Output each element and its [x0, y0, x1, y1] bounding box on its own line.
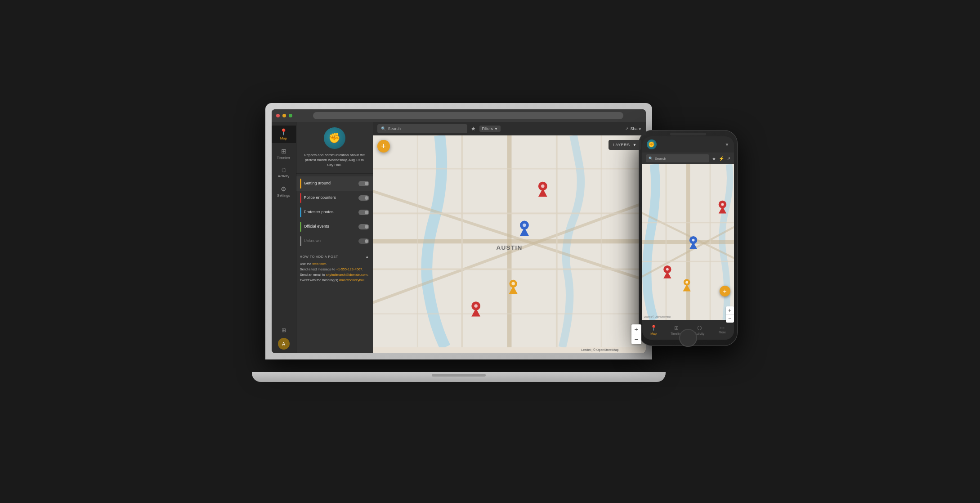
map-svg: AUSTIN [373, 135, 646, 347]
laptop-base [252, 372, 666, 382]
filters-chevron-icon: ▼ [494, 127, 498, 131]
layers-panel[interactable]: LAYERS ▼ [609, 140, 641, 150]
svg-text:AUSTIN: AUSTIN [496, 244, 522, 251]
nav-label-settings: Settings [277, 193, 290, 198]
phone-more-icon: ••• [720, 326, 725, 330]
laptop-screen-bezel: 📍 Map ⊞ Timeline ⬡ Activity [272, 109, 646, 353]
phone-link[interactable]: +1-555-123-4567 [336, 267, 362, 271]
phone-zoom-out-button[interactable]: − [726, 314, 734, 323]
how-to-line-4: Tweet with the hashtag(s) #marchoncityha… [300, 278, 369, 283]
layer-color-unknown [300, 236, 301, 246]
browser-close-dot [276, 114, 280, 117]
phone-search-box[interactable]: 🔍 Search [646, 154, 709, 162]
phone-chevron-icon[interactable]: ▼ [725, 142, 729, 147]
nav-item-activity[interactable]: ⬡ Activity [272, 164, 296, 181]
browser-url-bar[interactable] [313, 112, 623, 119]
layer-color-police [300, 193, 301, 203]
svg-point-19 [523, 224, 526, 227]
nav-item-settings[interactable]: ⚙ Settings [272, 183, 296, 200]
svg-point-16 [541, 184, 544, 188]
svg-point-43 [666, 268, 668, 271]
scene: 📍 Map ⊞ Timeline ⬡ Activity [243, 94, 738, 409]
add-icon: + [381, 142, 386, 151]
layer-name-getting-around: Getting around [304, 181, 356, 186]
layer-toggle-police[interactable] [358, 195, 369, 201]
zoom-out-button[interactable]: − [631, 334, 641, 344]
layers-panel-chevron-icon: ▼ [633, 143, 637, 147]
layer-toggle-photos[interactable] [358, 210, 369, 215]
search-box[interactable]: 🔍 Search [377, 124, 467, 133]
bookmark-icon[interactable]: ★ [471, 126, 476, 132]
layer-item-photos[interactable]: Protester photos [296, 205, 373, 220]
nav-item-map[interactable]: 📍 Map [272, 126, 296, 143]
user-avatar[interactable]: A [278, 338, 290, 350]
layer-color-getting-around [300, 179, 301, 189]
phone: ✊ ▼ 🔍 Search ★ ⚡ ↗ [639, 130, 738, 346]
how-to-content: Use the web form. Send a text message to… [300, 261, 369, 283]
map-icon: 📍 [280, 128, 287, 135]
layers-section: Getting around Police encounters [296, 174, 373, 251]
phone-share-icon[interactable]: ↗ [727, 156, 730, 161]
layer-color-official [300, 222, 301, 232]
web-form-link[interactable]: web form [312, 262, 326, 266]
svg-point-22 [511, 282, 515, 285]
phone-body: ✊ ▼ 🔍 Search ★ ⚡ ↗ [639, 130, 738, 346]
browser-max-dot [289, 114, 292, 117]
sidebar-description: Reports and communication about the prot… [302, 153, 367, 168]
svg-point-46 [685, 281, 688, 284]
share-button[interactable]: ↗ Share [625, 126, 641, 131]
layer-name-unknown: Unknown [304, 238, 356, 244]
phone-fist-icon: ✊ [648, 141, 655, 148]
nav-item-timeline[interactable]: ⊞ Timeline [272, 145, 296, 162]
activity-icon: ⬡ [282, 167, 286, 173]
zoom-in-button[interactable]: + [631, 324, 641, 334]
how-to-title[interactable]: HOW TO ADD A POST ▲ [300, 255, 369, 259]
nav-item-grid[interactable]: ⊞ [272, 324, 296, 336]
layer-toggle-official[interactable] [358, 224, 369, 229]
svg-point-37 [721, 203, 724, 206]
layer-item-unknown[interactable]: Unknown [296, 234, 373, 248]
phone-add-icon: + [723, 287, 726, 295]
phone-zoom-in-button[interactable]: + [726, 306, 734, 314]
layer-item-getting-around[interactable]: Getting around [296, 176, 373, 191]
filters-button[interactable]: Filters ▼ [479, 126, 501, 132]
phone-bookmark-icon[interactable]: ★ [712, 156, 716, 161]
filters-label: Filters [482, 126, 493, 131]
phone-nav-map[interactable]: 📍 Map [642, 325, 665, 335]
svg-point-25 [474, 304, 477, 307]
how-to-line-3: Send an email to cityhallmarch@domain.co… [300, 272, 369, 278]
layer-name-official: Official events [304, 224, 356, 229]
phone-add-button[interactable]: + [720, 286, 730, 296]
app-main: 📍 Map ⊞ Timeline ⬡ Activity [272, 122, 646, 353]
phone-nav-label-map: Map [650, 332, 657, 335]
browser-bar [272, 109, 646, 122]
svg-point-40 [692, 239, 694, 242]
phone-zoom-controls: + − [726, 306, 734, 323]
phone-nav-more[interactable]: ••• More [711, 326, 734, 334]
layer-color-photos [300, 207, 301, 217]
layer-toggle-getting-around[interactable] [358, 181, 369, 186]
add-post-button[interactable]: + [377, 140, 390, 153]
phone-map-svg [642, 164, 734, 320]
phone-header: ✊ ▼ [642, 136, 734, 153]
how-to-line-1: Use the web form. [300, 261, 369, 267]
avatar-initials: A [282, 341, 285, 346]
map-toolbar: 🔍 Search ★ Filters ▼ ↗ Sh [373, 122, 646, 135]
phone-home-button[interactable] [679, 329, 697, 347]
search-placeholder: Search [388, 126, 401, 131]
phone-map[interactable]: + Leaflet | © OpenStreetMap [642, 164, 734, 320]
how-to-line-2: Send a text message to +1-555-123-4567. [300, 267, 369, 272]
map-area[interactable]: 🔍 Search ★ Filters ▼ ↗ Sh [373, 122, 646, 353]
phone-lightning-icon[interactable]: ⚡ [719, 156, 724, 161]
layer-toggle-unknown[interactable] [358, 238, 369, 244]
layer-item-police[interactable]: Police encounters [296, 191, 373, 205]
email-link[interactable]: cityhallmarch@domain.com [326, 273, 367, 277]
hashtag-link[interactable]: #marchoncityhall [339, 278, 364, 282]
laptop: 📍 Map ⊞ Timeline ⬡ Activity [265, 103, 652, 382]
sidebar: ✊ Reports and communication about the pr… [296, 122, 373, 353]
sidebar-logo: ✊ [324, 127, 345, 149]
phone-timeline-icon: ⊞ [674, 325, 679, 331]
phone-nav-label-more: More [719, 331, 726, 334]
layer-item-official[interactable]: Official events [296, 220, 373, 234]
phone-map-icon: 📍 [650, 325, 657, 331]
